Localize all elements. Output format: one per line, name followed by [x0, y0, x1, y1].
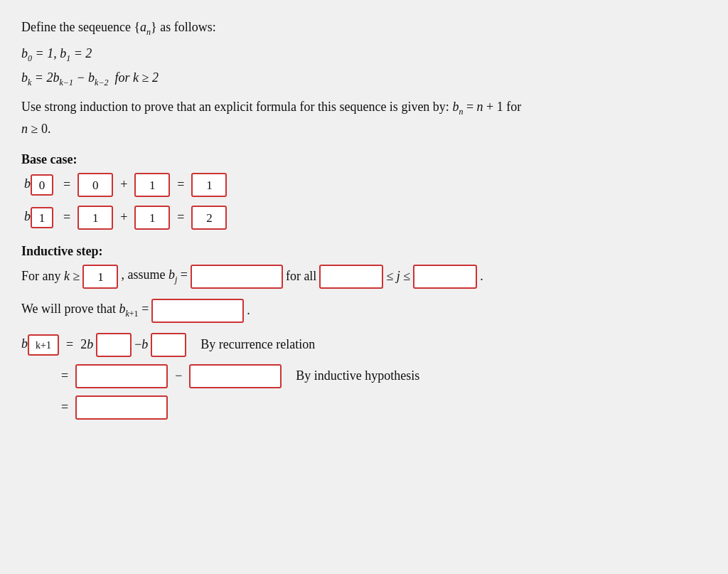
prove-bk1-input[interactable] [151, 299, 244, 323]
bk1-lhs: bk+1 [21, 334, 59, 356]
problem-statement: Use strong induction to prove that an ex… [21, 97, 704, 139]
sequence-def-line2: bk = 2bk−1 − bk−2 for k ≥ 2 [21, 70, 704, 88]
assume-text: , assume bj = [121, 267, 188, 285]
base-case-row1: b0 = 0 + 1 = 1 [21, 173, 704, 197]
recurrence-sub1-input[interactable] [96, 333, 132, 357]
inductive-term2-input[interactable] [189, 364, 282, 388]
inductive-hypothesis-row: = − By inductive hypothesis [57, 364, 704, 388]
recurrence-row: bk+1 = 2b −b By recurrence relation [21, 333, 704, 357]
prove-row: We will prove that bk+1 = . [21, 299, 704, 323]
eq-sign-7: = [57, 400, 73, 415]
two-b-text: 2b [80, 337, 93, 352]
plus-sign-2: + [116, 210, 132, 225]
for-any-k-text: For any k ≥ [21, 269, 80, 284]
eq-sign-6: = [57, 368, 73, 383]
inductive-term1-input[interactable] [75, 364, 168, 388]
period1: . [480, 269, 483, 284]
forall-lower-input[interactable] [319, 265, 383, 289]
inductive-step-label: Inductive step: [21, 244, 704, 259]
recurrence-note: By recurrence relation [200, 337, 315, 352]
inductive-hypothesis-note: By inductive hypothesis [296, 368, 419, 383]
base-case-label: Base case: [21, 152, 704, 167]
final-result-input[interactable] [75, 395, 168, 420]
definition-title: Define the seqeuence {an} as follows: [21, 17, 704, 39]
eq-sign-3: = [59, 210, 75, 225]
minus-sign-2: − [171, 368, 186, 383]
b0-val1[interactable]: 0 [77, 173, 113, 197]
b0-val2[interactable]: 1 [134, 173, 170, 197]
b1-result[interactable]: 2 [191, 206, 227, 230]
b1-val2[interactable]: 1 [134, 206, 170, 230]
eq-sign-5: = [62, 337, 77, 352]
prove-text: We will prove that bk+1 = [21, 302, 149, 319]
main-content: Define the seqeuence {an} as follows: b0… [21, 17, 704, 420]
recurrence-sub2-input[interactable] [151, 333, 186, 357]
b0-result[interactable]: 1 [191, 173, 227, 197]
for-all-text: for all [286, 269, 316, 284]
sequence-def-line1: b0 = 1, b1 = 2 [21, 46, 704, 64]
period2: . [247, 303, 250, 318]
inductive-assume-row: For any k ≥ 1 , assume bj = for all ≤ j … [21, 265, 704, 289]
assume-bj-input[interactable] [191, 265, 283, 289]
final-result-row: = [57, 395, 704, 420]
k-value-input[interactable]: 1 [82, 265, 118, 289]
minus-b-text: −b [134, 337, 148, 352]
eq-sign-1: = [59, 177, 75, 192]
eq-sign-2: = [173, 177, 188, 192]
forall-upper-input[interactable] [413, 265, 477, 289]
eq-sign-4: = [173, 210, 188, 225]
plus-sign-1: + [116, 177, 132, 192]
leq-j-leq-text: ≤ j ≤ [386, 269, 410, 284]
base-case-row2: b1 = 1 + 1 = 2 [21, 206, 704, 230]
b0-lhs: b0 [21, 174, 56, 196]
b1-lhs: b1 [21, 207, 56, 228]
b1-val1[interactable]: 1 [77, 206, 113, 230]
